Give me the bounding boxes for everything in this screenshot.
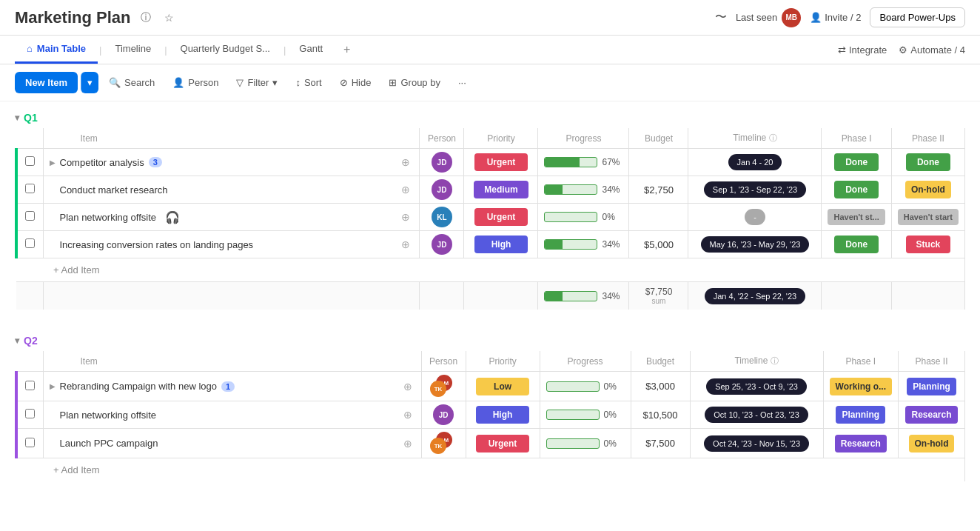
phase1-badge-3: Haven't st...: [828, 209, 885, 225]
progress-bar-6: [546, 410, 600, 420]
row-priority-1[interactable]: Urgent: [464, 149, 538, 176]
priority-badge-2: Medium: [474, 181, 528, 198]
tab-timeline[interactable]: Timeline: [103, 36, 163, 64]
th-phase2: Phase II: [891, 128, 964, 149]
expand-icon[interactable]: ▶: [50, 158, 56, 167]
last-seen: Last seen MB: [736, 8, 801, 27]
tab-quarterly-budget[interactable]: Quarterly Budget S...: [169, 36, 282, 64]
row-timeline-1: Jan 4 - 20: [688, 149, 822, 176]
row-priority-2[interactable]: Medium: [464, 176, 538, 204]
section-q1: ▾ Q1 Item Person Priority Progress Budge…: [0, 101, 980, 310]
row-checkbox-2[interactable]: [16, 176, 43, 204]
timeline-badge-1: Jan 4 - 20: [728, 154, 782, 170]
toolbar: New Item ▾ 🔍 Search 👤 Person ▽ Filter ▾ …: [0, 64, 980, 101]
row-checkbox-6[interactable]: [16, 401, 43, 429]
add-item-label-q1[interactable]: + Add Item: [16, 258, 965, 282]
phase2-badge-6: Research: [905, 406, 957, 424]
board-powerups-button[interactable]: Board Power-Ups: [870, 7, 965, 27]
priority-badge-6: High: [476, 406, 529, 424]
avatar-7b: TK: [430, 438, 446, 454]
row-checkbox-3[interactable]: [16, 204, 43, 231]
row-phase2-2: On-hold: [891, 176, 964, 204]
th2-priority: Priority: [466, 351, 540, 372]
summary-timeline: Jan 4, '22 - Sep 22, '23: [688, 282, 822, 310]
invite-button[interactable]: 👤 Invite / 2: [810, 12, 861, 23]
progress-bar-7: [546, 438, 600, 449]
add-subitem-icon-3[interactable]: ⊕: [398, 211, 413, 223]
tabs-left: ⌂ Main Table | Timeline | Quarterly Budg…: [15, 36, 359, 64]
row-priority-5[interactable]: Low: [466, 372, 540, 401]
avatar-4: JD: [432, 234, 452, 255]
section-q1-header[interactable]: ▾ Q1: [0, 101, 980, 128]
avatar-3: KL: [432, 207, 452, 227]
row-priority-4[interactable]: High: [464, 231, 538, 258]
summary-phase2: [891, 282, 964, 310]
summary-item: [43, 282, 420, 310]
tab-add-button[interactable]: +: [335, 36, 359, 64]
sort-button[interactable]: ↕ Sort: [288, 73, 329, 93]
integrate-icon: ⇄: [838, 44, 846, 56]
section-q2-label: Q2: [24, 335, 38, 347]
th-checkbox: [16, 128, 43, 149]
integrate-button[interactable]: ⇄ Integrate: [838, 44, 887, 56]
row-checkbox-5[interactable]: [16, 372, 43, 401]
q1-table: Item Person Priority Progress Budget Tim…: [15, 128, 965, 310]
row-priority-3[interactable]: Urgent: [464, 204, 538, 231]
row-person-6: JD: [421, 401, 466, 429]
row-timeline-2: Sep 1, '23 - Sep 22, '23: [688, 176, 822, 204]
row-progress-7: 0%: [540, 429, 631, 458]
add-item-label-q2[interactable]: + Add Item: [16, 458, 965, 482]
add-item-row-q1[interactable]: + Add Item: [16, 258, 965, 282]
add-subitem-icon-1[interactable]: ⊕: [398, 156, 413, 168]
q1-header-row: Item Person Priority Progress Budget Tim…: [16, 128, 965, 149]
row-budget-5: $3,000: [631, 372, 690, 401]
filter-dropdown-icon: ▾: [272, 77, 278, 88]
new-item-button[interactable]: New Item: [15, 72, 78, 93]
search-button[interactable]: 🔍 Search: [101, 73, 162, 93]
more-button[interactable]: ···: [451, 73, 474, 93]
progress-fill-1: [545, 158, 580, 167]
hide-button[interactable]: ⊘ Hide: [332, 73, 379, 93]
q2-table: Item Person Priority Progress Budget Tim…: [15, 351, 965, 481]
row-item-6: Plan networking offsite ⊕: [43, 401, 421, 429]
add-subitem-icon-6[interactable]: ⊕: [400, 409, 415, 421]
th-timeline: Timeline ⓘ: [688, 128, 822, 149]
add-item-row-q2[interactable]: + Add Item: [16, 458, 965, 482]
add-subitem-icon-2[interactable]: ⊕: [398, 184, 413, 196]
th-budget: Budget: [629, 128, 688, 149]
row-progress-6: 0%: [540, 401, 631, 429]
table-row: ▶ Rebranding Campaign with new logo 1 ⊕ …: [16, 372, 965, 401]
automate-button[interactable]: ⚙ Automate / 4: [899, 44, 965, 56]
row-timeline-3: -: [688, 204, 822, 231]
row-budget-3: [629, 204, 688, 231]
table-row: Increasing conversion rates on landing p…: [16, 231, 965, 258]
group-by-button[interactable]: ⊞ Group by: [381, 73, 447, 93]
page-title: Marketing Plan: [15, 8, 130, 27]
th2-phase2: Phase II: [899, 351, 965, 372]
tab-main-table[interactable]: ⌂ Main Table: [15, 36, 98, 64]
timeline-badge-3: -: [745, 209, 765, 225]
th-item: Item: [43, 128, 420, 149]
filter-button[interactable]: ▽ Filter ▾: [229, 73, 285, 93]
star-icon-btn[interactable]: ☆: [161, 10, 177, 25]
info-icon-btn[interactable]: ⓘ: [138, 10, 154, 26]
tab-gantt[interactable]: Gantt: [287, 36, 335, 64]
row-person-2: JD: [420, 176, 464, 204]
table-row: ▶ Competitor analysis 3 ⊕ JD Urgent: [16, 149, 965, 176]
row-phase1-6: Planning: [823, 401, 898, 429]
row-priority-7[interactable]: Urgent: [466, 429, 540, 458]
row-priority-6[interactable]: High: [466, 401, 540, 429]
expand-icon-5[interactable]: ▶: [50, 382, 56, 390]
new-item-dropdown-button[interactable]: ▾: [81, 72, 98, 93]
row-checkbox-7[interactable]: [16, 429, 43, 458]
section-q2-header[interactable]: ▾ Q2: [0, 324, 980, 351]
row-progress-1: 67%: [538, 149, 629, 176]
summary-row-q1: 34% $7,750 sum Jan 4, '22 - Sep 22, '23: [16, 282, 965, 310]
add-subitem-icon-5[interactable]: ⊕: [400, 381, 415, 393]
add-subitem-icon-4[interactable]: ⊕: [398, 238, 413, 250]
phase2-badge-7: On-hold: [909, 435, 955, 452]
row-checkbox-4[interactable]: [16, 231, 43, 258]
row-checkbox-1[interactable]: [16, 149, 43, 176]
add-subitem-icon-7[interactable]: ⊕: [400, 438, 415, 450]
person-button[interactable]: 👤 Person: [165, 73, 226, 93]
